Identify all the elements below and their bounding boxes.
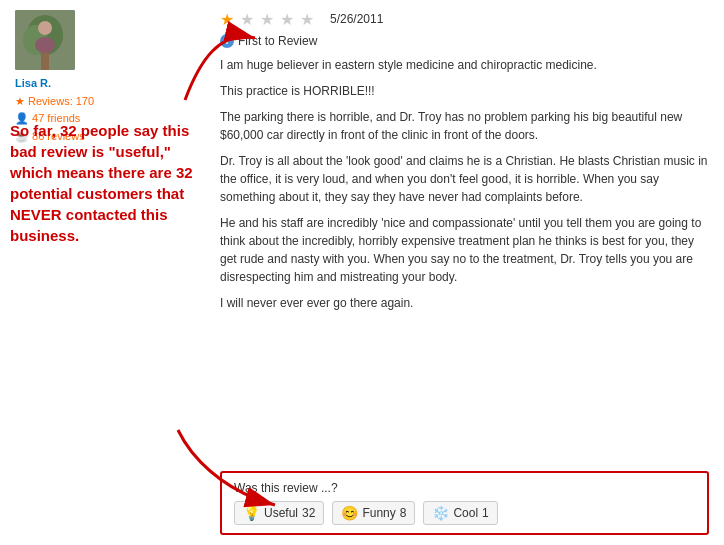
review-body: I am huge believer in eastern style medi… <box>220 56 709 463</box>
review-para-3: The parking there is horrible, and Dr. T… <box>220 108 709 144</box>
funny-button[interactable]: 😊 Funny 8 <box>332 501 415 525</box>
star-5: ★ <box>300 10 318 28</box>
review-para-5: He and his staff are incredibly 'nice an… <box>220 214 709 286</box>
useful-button[interactable]: 💡 Useful 32 <box>234 501 324 525</box>
useful-count: 32 <box>302 506 315 520</box>
avatar <box>15 10 75 70</box>
cool-icon: ❄️ <box>432 505 449 521</box>
svg-point-5 <box>35 37 55 53</box>
review-para-6: I will never ever ever go there again. <box>220 294 709 312</box>
funny-icon: 😊 <box>341 505 358 521</box>
star-4: ★ <box>280 10 298 28</box>
username: Lisa R. <box>15 75 200 93</box>
funny-count: 8 <box>400 506 407 520</box>
star-rating: ★ ★ ★ ★ ★ <box>220 10 318 28</box>
rating-row: ★ ★ ★ ★ ★ 5/26/2011 <box>220 10 709 28</box>
review-date: 5/26/2011 <box>330 12 383 26</box>
svg-point-4 <box>38 21 52 35</box>
user-reviews: ★ Reviews: 170 <box>15 93 200 111</box>
star-3: ★ <box>260 10 278 28</box>
cool-label: Cool <box>453 506 478 520</box>
funny-label: Funny <box>362 506 395 520</box>
page-wrapper: Lisa R. ★ Reviews: 170 👤 47 friends ☕ 86… <box>0 0 724 545</box>
left-panel: Lisa R. ★ Reviews: 170 👤 47 friends ☕ 86… <box>0 0 210 545</box>
annotation-text: So far, 32 people say this bad review is… <box>10 120 195 246</box>
cool-button[interactable]: ❄️ Cool 1 <box>423 501 497 525</box>
star-2: ★ <box>240 10 258 28</box>
review-para-2: This practice is HORRIBLE!!! <box>220 82 709 100</box>
review-feedback: Was this review ...? 💡 Useful 32 😊 Funny… <box>220 471 709 535</box>
review-para-4: Dr. Troy is all about the 'look good' an… <box>220 152 709 206</box>
review-para-1: I am huge believer in eastern style medi… <box>220 56 709 74</box>
star-1: ★ <box>220 10 238 28</box>
right-panel: ★ ★ ★ ★ ★ 5/26/2011 i First to Review I … <box>210 0 724 545</box>
feedback-buttons: 💡 Useful 32 😊 Funny 8 ❄️ Cool 1 <box>234 501 695 525</box>
useful-label: Useful <box>264 506 298 520</box>
badge-text: First to Review <box>238 34 317 48</box>
badge-icon: i <box>220 34 234 48</box>
cool-count: 1 <box>482 506 489 520</box>
feedback-label: Was this review ...? <box>234 481 695 495</box>
useful-icon: 💡 <box>243 505 260 521</box>
badge-row: i First to Review <box>220 34 709 48</box>
